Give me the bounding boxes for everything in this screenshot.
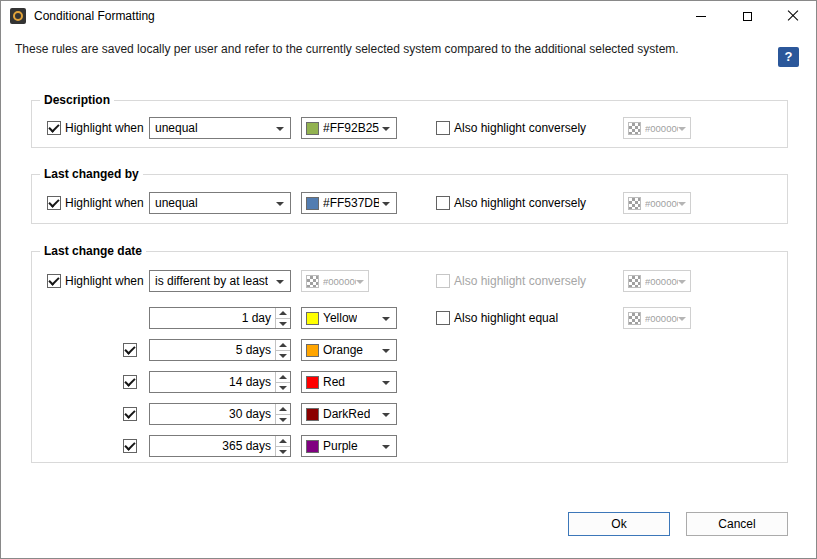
transparent-color-swatch [628, 197, 641, 210]
last-change-date-equal-checkbox[interactable] [436, 311, 450, 325]
chevron-down-icon [382, 445, 390, 449]
last-changed-by-highlight-label: Highlight when [65, 195, 144, 211]
description-color-select[interactable]: #FF92B250 [301, 117, 397, 139]
threshold-1-value[interactable]: 5 days [150, 340, 275, 360]
last-change-date-conversely-label: Also highlight conversely [454, 273, 586, 289]
last-changed-by-highlight-checkbox[interactable] [47, 196, 61, 210]
chevron-down-icon [382, 317, 390, 321]
last-changed-by-color-select[interactable]: #FF537DB1 [301, 192, 397, 214]
last-change-date-highlight-checkbox[interactable] [47, 274, 61, 288]
spin-up-icon[interactable] [276, 308, 290, 318]
minimize-button[interactable] [678, 1, 724, 31]
last-change-date-conversely-checkbox [436, 274, 450, 288]
color-swatch [306, 408, 319, 421]
threshold-3-value[interactable]: 30 days [150, 404, 275, 424]
description-operator-select[interactable]: unequal [149, 117, 291, 139]
threshold-0-spin-buttons[interactable] [275, 308, 290, 328]
threshold-0-spinner[interactable]: 1 day [149, 307, 291, 329]
threshold-4-spinner[interactable]: 365 days [149, 435, 291, 457]
threshold-3-color-select[interactable]: DarkRed [301, 403, 397, 425]
color-swatch [306, 312, 319, 325]
description-color-value: #FF92B250 [323, 121, 379, 135]
threshold-1-spinner[interactable]: 5 days [149, 339, 291, 361]
threshold-3-color-value: DarkRed [323, 407, 370, 421]
threshold-2-color-select[interactable]: Red [301, 371, 397, 393]
last-change-date-group-title: Last change date [40, 243, 146, 259]
last-change-date-equal-label: Also highlight equal [454, 310, 558, 326]
threshold-4-spin-buttons[interactable] [275, 436, 290, 456]
threshold-4-color-select[interactable]: Purple [301, 435, 397, 457]
spin-down-icon[interactable] [276, 382, 290, 393]
chevron-down-icon [276, 127, 284, 131]
cancel-button[interactable]: Cancel [686, 512, 788, 536]
chevron-down-icon [276, 202, 284, 206]
color-swatch [306, 344, 319, 357]
app-icon [10, 8, 26, 24]
threshold-2-spin-buttons[interactable] [275, 372, 290, 392]
threshold-1-color-value: Orange [323, 343, 363, 357]
last-changed-by-operator-value: unequal [155, 196, 198, 210]
description-operator-value: unequal [155, 121, 198, 135]
intro-text: These rules are saved locally per user a… [15, 42, 679, 56]
chevron-down-icon [382, 413, 390, 417]
last-change-date-operator-select[interactable]: is different by at least [149, 270, 291, 292]
chevron-down-icon [356, 280, 364, 284]
last-change-date-operator-value: is different by at least [155, 274, 268, 288]
last-change-date-conversely-color-value: #00000000 [645, 276, 678, 287]
description-conversely-color-select: #00000000 [623, 117, 691, 139]
spin-up-icon[interactable] [276, 372, 290, 382]
description-highlight-checkbox[interactable] [47, 121, 61, 135]
transparent-color-swatch [628, 275, 641, 288]
last-change-date-operator-color-value: #00000000 [323, 276, 356, 287]
close-button[interactable] [770, 1, 816, 31]
last-change-date-operator-color-select: #00000000 [301, 270, 369, 292]
threshold-0-value[interactable]: 1 day [150, 308, 275, 328]
threshold-4-color-value: Purple [323, 439, 358, 453]
last-changed-by-conversely-checkbox[interactable] [436, 196, 450, 210]
threshold-3-checkbox[interactable] [123, 407, 137, 421]
chevron-down-icon [678, 127, 686, 131]
threshold-1-color-select[interactable]: Orange [301, 339, 397, 361]
threshold-3-spin-buttons[interactable] [275, 404, 290, 424]
last-changed-by-conversely-color-select: #00000000 [623, 192, 691, 214]
transparent-color-swatch [306, 275, 319, 288]
color-swatch [306, 122, 319, 135]
description-conversely-label: Also highlight conversely [454, 120, 586, 136]
threshold-2-value[interactable]: 14 days [150, 372, 275, 392]
transparent-color-swatch [628, 122, 641, 135]
maximize-button[interactable] [724, 1, 770, 31]
threshold-4-checkbox[interactable] [123, 439, 137, 453]
last-changed-by-conversely-label: Also highlight conversely [454, 195, 586, 211]
description-conversely-checkbox[interactable] [436, 121, 450, 135]
chevron-down-icon [382, 127, 390, 131]
last-changed-by-conversely-color-value: #00000000 [645, 198, 678, 209]
chevron-down-icon [382, 381, 390, 385]
threshold-2-spinner[interactable]: 14 days [149, 371, 291, 393]
last-change-date-conversely-color-select: #00000000 [623, 270, 691, 292]
spin-down-icon[interactable] [276, 446, 290, 457]
last-change-date-highlight-label: Highlight when [65, 273, 144, 289]
threshold-0-color-select[interactable]: Yellow [301, 307, 397, 329]
threshold-3-spinner[interactable]: 30 days [149, 403, 291, 425]
spin-down-icon[interactable] [276, 414, 290, 425]
spin-down-icon[interactable] [276, 318, 290, 329]
spin-up-icon[interactable] [276, 436, 290, 446]
chevron-down-icon [276, 280, 284, 284]
threshold-2-checkbox[interactable] [123, 375, 137, 389]
threshold-1-checkbox[interactable] [123, 343, 137, 357]
threshold-4-value[interactable]: 365 days [150, 436, 275, 456]
spin-up-icon[interactable] [276, 404, 290, 414]
help-button[interactable]: ? [778, 47, 799, 67]
color-swatch [306, 376, 319, 389]
transparent-color-swatch [628, 312, 641, 325]
threshold-1-spin-buttons[interactable] [275, 340, 290, 360]
titlebar: Conditional Formatting [1, 1, 816, 31]
spin-up-icon[interactable] [276, 340, 290, 350]
spin-down-icon[interactable] [276, 350, 290, 361]
description-conversely-color-value: #00000000 [645, 123, 678, 134]
last-change-date-equal-color-select: #00000000 [623, 307, 691, 329]
conditional-formatting-dialog: Conditional Formatting These rules are s… [0, 0, 817, 559]
ok-button[interactable]: Ok [568, 512, 670, 536]
last-changed-by-operator-select[interactable]: unequal [149, 192, 291, 214]
minimize-icon [696, 16, 706, 17]
